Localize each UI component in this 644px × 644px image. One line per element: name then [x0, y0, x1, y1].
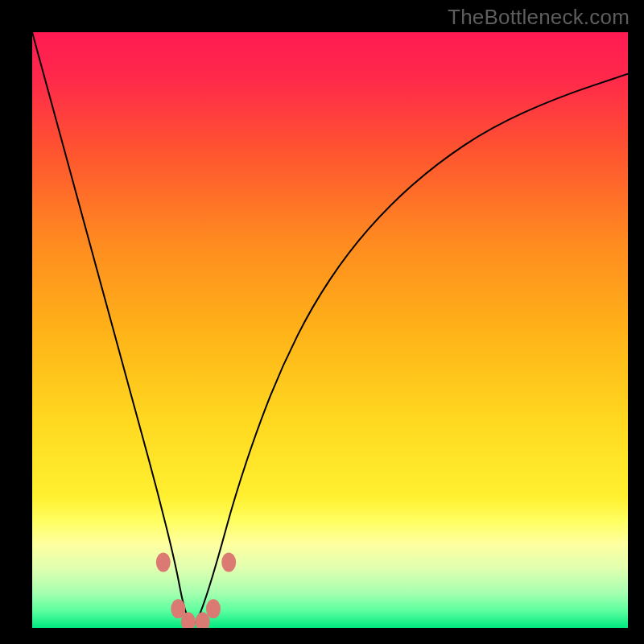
threshold-marker [206, 599, 221, 618]
threshold-marker [156, 553, 171, 572]
plot-area [32, 32, 628, 628]
threshold-markers [156, 553, 236, 628]
watermark-text: TheBottleneck.com [448, 5, 630, 30]
threshold-marker [221, 553, 236, 572]
chart-frame: TheBottleneck.com [0, 0, 644, 644]
curve-layer [32, 32, 628, 628]
bottleneck-curve [32, 32, 628, 623]
